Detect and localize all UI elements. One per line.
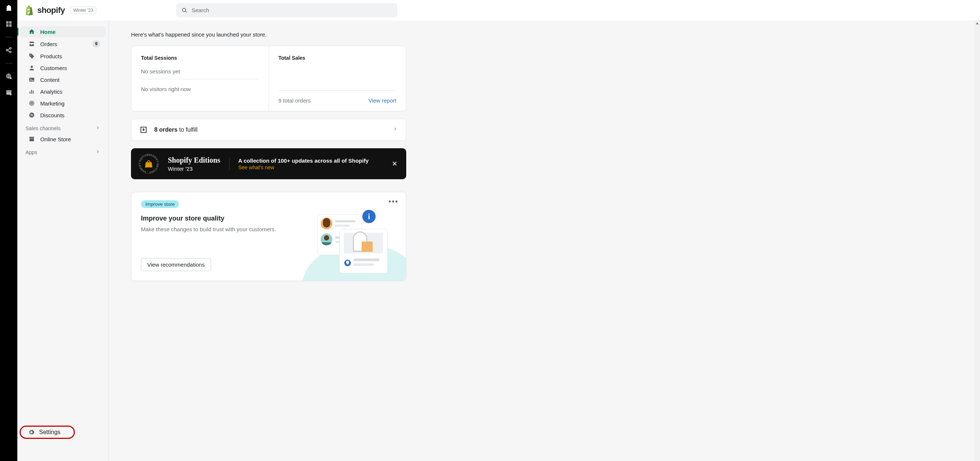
nav-content[interactable]: Content xyxy=(20,74,105,85)
shopify-bag-icon[interactable] xyxy=(5,4,13,12)
view-report-link[interactable]: View report xyxy=(368,97,396,103)
search-input[interactable] xyxy=(191,7,392,13)
main-column: shopify Winter '23 Home Orders 9 Product… xyxy=(18,0,980,461)
divider xyxy=(278,91,397,91)
nav-analytics[interactable]: Analytics xyxy=(20,86,105,97)
stat-title: Total Sales xyxy=(278,55,397,61)
download-box-icon xyxy=(140,126,148,134)
editions-sub: Winter '23 xyxy=(168,165,220,172)
nav-label: Discounts xyxy=(40,112,65,118)
nav-marketing[interactable]: Marketing xyxy=(20,98,105,109)
globe-gear-icon[interactable] xyxy=(5,72,13,80)
editions-desc: A collection of 100+ updates across all … xyxy=(239,157,382,164)
editions-banner: SHOPIFY EDITIONS · SHOPIFY EDITIONS · Sh… xyxy=(131,148,406,179)
nav-label: Online Store xyxy=(40,136,71,142)
improve-illustration: i xyxy=(302,203,406,281)
svg-point-19 xyxy=(31,103,32,103)
editions-title: Shopify Editions xyxy=(168,156,220,164)
content: Here's what's happened since you launche… xyxy=(109,20,980,461)
nav-label: Orders xyxy=(40,41,57,47)
search-bar[interactable] xyxy=(176,3,398,17)
nav-products[interactable]: Products xyxy=(20,51,105,62)
svg-rect-39 xyxy=(353,259,379,261)
inbox-icon xyxy=(29,41,35,47)
svg-point-11 xyxy=(30,66,33,68)
editions-left: Shopify Editions Winter '23 xyxy=(168,156,220,172)
apps-header[interactable]: Apps xyxy=(18,145,108,157)
svg-text:i: i xyxy=(368,212,370,221)
stat-title: Total Sessions xyxy=(141,55,259,61)
tag-icon xyxy=(29,53,35,59)
nav-label: Products xyxy=(40,53,62,59)
target-icon xyxy=(29,100,35,107)
settings-label: Settings xyxy=(39,429,60,436)
store-gear-icon[interactable] xyxy=(5,89,13,97)
stat-sessions: Total Sessions No sessions yet No visito… xyxy=(131,46,269,111)
nav-online-store[interactable]: Online Store xyxy=(20,134,105,145)
scroll-up-icon[interactable]: ▲ xyxy=(974,20,980,25)
shopify-bag-icon xyxy=(25,5,33,16)
rail-separator xyxy=(5,63,13,64)
logo-text: shopify xyxy=(37,6,65,15)
stat-line: No visitors right now xyxy=(141,86,259,92)
stat-sales: Total Sales 9 total orders View report xyxy=(269,46,406,111)
chevron-right-icon xyxy=(95,149,100,155)
close-icon[interactable]: ✕ xyxy=(390,158,399,169)
intro-text: Here's what's happened since you launche… xyxy=(131,31,406,38)
app-rail xyxy=(0,0,18,461)
search-icon xyxy=(181,7,188,14)
stat-line: No sessions yet xyxy=(141,68,259,75)
topbar: shopify Winter '23 xyxy=(18,0,980,20)
share-nodes-icon[interactable] xyxy=(5,46,13,54)
grid-icon[interactable] xyxy=(5,20,13,28)
svg-rect-37 xyxy=(361,242,373,252)
section-label-text: Sales channels xyxy=(25,126,60,131)
nav-home[interactable]: Home xyxy=(20,26,105,37)
editions-right: A collection of 100+ updates across all … xyxy=(229,157,382,170)
svg-point-9 xyxy=(10,94,11,95)
logo[interactable]: shopify Winter '23 xyxy=(25,5,96,16)
svg-point-10 xyxy=(183,8,186,11)
gear-icon xyxy=(28,429,35,436)
fulfill-card[interactable]: 8 orders to fulfill xyxy=(131,119,406,141)
svg-rect-28 xyxy=(335,224,350,227)
svg-rect-15 xyxy=(31,90,32,94)
nav-orders[interactable]: Orders 9 xyxy=(20,38,105,50)
person-icon xyxy=(29,65,35,71)
improve-card: ••• Improve store Improve your store qua… xyxy=(131,192,406,281)
nav-label: Analytics xyxy=(40,89,62,95)
svg-rect-1 xyxy=(9,21,11,24)
svg-rect-14 xyxy=(30,91,30,94)
improve-pill: Improve store xyxy=(141,200,179,208)
divider xyxy=(141,79,259,79)
nav-customers[interactable]: Customers xyxy=(20,62,105,73)
editions-link[interactable]: See what's new xyxy=(239,164,382,170)
bars-icon xyxy=(29,88,35,95)
svg-rect-27 xyxy=(335,220,355,223)
nav-label: Customers xyxy=(40,65,67,71)
sales-channels-header[interactable]: Sales channels xyxy=(18,121,108,134)
section-label-text: Apps xyxy=(25,149,37,155)
stat-line: 9 total orders xyxy=(278,97,311,103)
view-recommendations-button[interactable]: View recommendations xyxy=(141,258,211,271)
store-icon xyxy=(29,136,35,142)
sidebar: Home Orders 9 Products Customers Content xyxy=(18,20,109,461)
svg-point-8 xyxy=(10,78,11,79)
chevron-right-icon xyxy=(393,127,398,133)
scrollbar[interactable]: ▲ xyxy=(974,20,980,461)
image-icon xyxy=(29,76,35,83)
svg-rect-16 xyxy=(33,91,33,94)
edition-chip[interactable]: Winter '23 xyxy=(70,6,97,14)
svg-point-13 xyxy=(30,79,31,79)
nav-settings[interactable]: Settings xyxy=(19,426,75,439)
stats-card: Total Sessions No sessions yet No visito… xyxy=(131,46,406,111)
nav-discounts[interactable]: % Discounts xyxy=(20,110,105,121)
svg-text:%: % xyxy=(30,114,33,117)
rail-separator xyxy=(5,37,13,37)
svg-rect-3 xyxy=(9,24,11,27)
home-icon xyxy=(29,29,35,35)
chevron-right-icon xyxy=(95,125,100,131)
nav-label: Home xyxy=(40,29,56,35)
editions-badge-icon: SHOPIFY EDITIONS · SHOPIFY EDITIONS · xyxy=(138,153,159,174)
orders-badge: 9 xyxy=(92,40,100,48)
